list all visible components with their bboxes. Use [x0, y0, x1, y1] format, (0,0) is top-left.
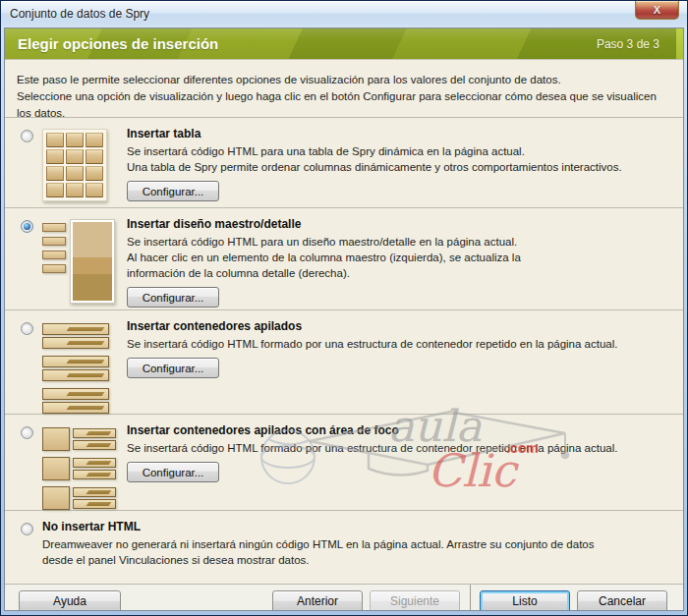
master-detail-icon: [42, 219, 115, 304]
radio-stacked-containers[interactable]: [21, 322, 33, 335]
cancel-button[interactable]: Cancelar: [577, 590, 667, 612]
option-title: Insertar diseño maestro/detalle: [127, 217, 665, 231]
stacked-spotlight-icon: [42, 425, 127, 510]
option-desc-line: desde el panel Vinculaciones si desea mo…: [42, 552, 665, 568]
close-icon: X: [654, 4, 660, 16]
spry-dataset-dialog: Conjunto de datos de Spry X Elegir opcio…: [0, 0, 688, 616]
titlebar[interactable]: Conjunto de datos de Spry X: [1, 1, 687, 26]
configure-table-button[interactable]: Configurar...: [127, 181, 219, 201]
stacked-containers-icon: [42, 321, 127, 414]
option-desc-line: Se insertará código HTML para una tabla …: [127, 143, 665, 159]
dialog-body: Elegir opciones de inserción Paso 3 de 3…: [4, 28, 684, 611]
intro-line-1: Este paso le permite seleccionar diferen…: [17, 72, 671, 88]
option-title: Insertar contenedores apilados: [127, 319, 665, 333]
option-desc-line: Se insertará código HTML formado por una…: [127, 440, 665, 456]
wizard-header: Elegir opciones de inserción Paso 3 de 3: [5, 28, 683, 60]
configure-stacked-button[interactable]: Configurar...: [127, 358, 219, 378]
option-desc-line: Una tabla de Spry permite ordenar column…: [127, 159, 665, 175]
option-desc-line: información de la columna detalle (derec…: [127, 265, 665, 281]
configure-spotlight-button[interactable]: Configurar...: [127, 462, 219, 482]
option-master-detail: Insertar diseño maestro/detalle Se inser…: [5, 207, 683, 309]
option-title: Insertar contenedores apilados con área …: [127, 423, 665, 437]
option-no-html: No insertar HTML Dreamweaver no generará…: [5, 510, 683, 584]
option-stacked-containers: Insertar contenedores apilados Se insert…: [5, 309, 683, 414]
window-title: Conjunto de datos de Spry: [10, 7, 149, 21]
option-insert-table: Insertar tabla Se insertará código HTML …: [5, 117, 683, 207]
back-button[interactable]: Anterior: [272, 590, 363, 612]
radio-master-detail[interactable]: [21, 220, 33, 233]
next-button-disabled[interactable]: Siguiente: [370, 590, 460, 612]
option-desc-line: Se insertará código HTML para un diseño …: [127, 234, 665, 250]
radio-stacked-spotlight[interactable]: [21, 426, 33, 439]
radio-insert-table[interactable]: [21, 130, 33, 142]
footer-divider: [470, 585, 471, 611]
close-button[interactable]: X: [635, 1, 679, 20]
radio-no-html[interactable]: [21, 523, 33, 535]
intro-text: Este paso le permite seleccionar diferen…: [5, 60, 683, 117]
option-title: Insertar tabla: [127, 127, 665, 140]
option-desc-line: Dreamweaver no generará ni insertará nin…: [42, 536, 665, 552]
option-stacked-spotlight: Insertar contenedores apilados con área …: [5, 414, 683, 510]
page-title: Elegir opciones de inserción: [18, 35, 218, 52]
option-title: No insertar HTML: [42, 520, 665, 533]
option-desc-line: Al hacer clic en un elemento de la colum…: [127, 250, 665, 265]
configure-master-detail-button[interactable]: Configurar...: [127, 287, 219, 308]
table-grid-icon: [42, 129, 107, 201]
footer-button-bar: Ayuda Anterior Siguiente Listo Cancelar: [5, 584, 683, 611]
step-indicator: Paso 3 de 3: [597, 37, 659, 51]
option-desc-line: Se insertará código HTML formado por una…: [127, 336, 665, 352]
help-button[interactable]: Ayuda: [19, 590, 121, 612]
done-button[interactable]: Listo: [480, 590, 570, 612]
